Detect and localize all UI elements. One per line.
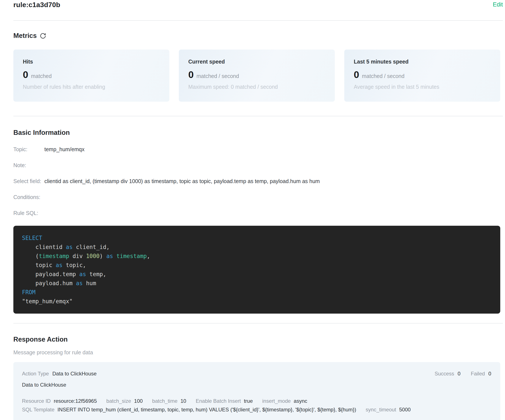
param-label: Resource ID <box>22 397 51 405</box>
info-row-conditions: Conditions: <box>13 194 503 200</box>
param-label: insert_mode <box>262 397 291 405</box>
param-resource-id: Resource ID resource:12f56965 <box>22 397 97 405</box>
metric-unit: matched <box>31 73 52 79</box>
param-value: 100 <box>134 397 143 405</box>
info-label: Rule SQL: <box>13 210 44 216</box>
metric-unit: matched / second <box>362 73 404 79</box>
metrics-heading: Metrics <box>13 32 503 40</box>
metrics-heading-label: Metrics <box>13 32 37 40</box>
failed-stat: Failed 0 <box>471 371 491 377</box>
basic-information-heading: Basic Information <box>13 129 503 137</box>
response-action-section: Response Action Message processing for r… <box>13 336 503 420</box>
param-value: INSERT INTO temp_hum (client_id, timesta… <box>57 406 356 414</box>
action-type: Action Type Data to ClickHouse <box>22 371 96 377</box>
metric-card-hits: Hits 0 matched Number of rules hits afte… <box>13 50 169 102</box>
param-value: true <box>244 397 253 405</box>
info-row-topic: Topic: temp_hum/emqx <box>13 146 503 152</box>
param-label: SQL Template <box>22 406 55 414</box>
edit-link[interactable]: Edit <box>493 1 503 8</box>
action-parameters: Resource ID resource:12f56965 batch_size… <box>22 397 492 414</box>
metric-valueline: 0 matched / second <box>188 69 325 80</box>
param-sync-timeout: sync_timeout 5000 <box>366 406 411 414</box>
rule-sql-code-block: SELECT clientid as client_id, (timestamp… <box>13 226 500 313</box>
action-stats: Success 0 Failed 0 <box>435 371 492 377</box>
info-row-select-field: Select field: clientid as client_id, (ti… <box>13 178 503 184</box>
info-value: clientid as client_id, (timestamp div 10… <box>44 178 320 184</box>
metric-value: 0 <box>354 69 359 80</box>
basic-information-rows: Topic: temp_hum/emqx Note: Select field:… <box>13 146 503 216</box>
info-value: temp_hum/emqx <box>44 146 84 152</box>
basic-information-section: Basic Information Topic: temp_hum/emqx N… <box>13 129 503 323</box>
metric-title: Hits <box>23 59 160 65</box>
param-batch-size: batch_size 100 <box>107 397 143 405</box>
page-header: rule:c1a3d70b Edit <box>13 0 503 20</box>
param-batch-time: batch_time 10 <box>152 397 186 405</box>
info-label: Topic: <box>13 146 44 152</box>
info-row-note: Note: <box>13 162 503 169</box>
metric-description: Number of rules hits after enabling <box>23 84 160 90</box>
metric-card-last-5-minutes-speed: Last 5 minutes speed 0 matched / second … <box>344 50 500 102</box>
info-row-rule-sql: Rule SQL: <box>13 210 503 216</box>
metric-title: Current speed <box>188 59 325 65</box>
param-sql-template: SQL Template INSERT INTO temp_hum (clien… <box>22 406 356 414</box>
action-name: Data to ClickHouse <box>22 382 492 388</box>
param-value: async <box>294 397 307 405</box>
metric-valueline: 0 matched / second <box>354 69 491 80</box>
response-action-description: Message processing for rule data <box>13 349 503 356</box>
divider <box>13 20 503 21</box>
metric-value: 0 <box>188 69 194 80</box>
param-label: Enable Batch Insert <box>196 397 241 405</box>
param-value: resource:12f56965 <box>54 397 97 405</box>
success-stat: Success 0 <box>435 371 461 377</box>
divider <box>13 323 503 324</box>
param-enable-batch-insert: Enable Batch Insert true <box>196 397 253 405</box>
info-label: Note: <box>13 162 44 169</box>
failed-label: Failed <box>471 371 485 377</box>
metric-value: 0 <box>23 69 28 80</box>
info-label: Conditions: <box>13 194 44 200</box>
failed-value: 0 <box>488 371 491 377</box>
metric-card-current-speed: Current speed 0 matched / second Maximum… <box>179 50 335 102</box>
metrics-section: Metrics Hits 0 matched Number of rules h… <box>13 32 503 116</box>
page-title: rule:c1a3d70b <box>13 1 60 9</box>
action-type-label: Action Type <box>22 371 49 377</box>
refresh-icon[interactable] <box>40 33 46 39</box>
rule-detail-page: rule:c1a3d70b Edit Metrics Hits 0 matche… <box>0 0 505 420</box>
action-card: Action Type Data to ClickHouse Success 0… <box>13 362 500 420</box>
divider <box>13 116 503 116</box>
info-label: Select field: <box>13 178 44 184</box>
metric-cards: Hits 0 matched Number of rules hits afte… <box>13 50 500 102</box>
metric-description: Maximum speed: 0 matched / second <box>188 84 325 90</box>
metric-valueline: 0 matched <box>23 69 160 80</box>
param-value: 10 <box>181 397 186 405</box>
param-label: batch_size <box>107 397 131 405</box>
metric-description: Average speed in the last 5 minutes <box>354 84 491 90</box>
success-label: Success <box>435 371 454 377</box>
success-value: 0 <box>458 371 461 377</box>
action-type-value: Data to ClickHouse <box>52 371 96 377</box>
response-action-heading: Response Action <box>13 336 503 343</box>
metric-title: Last 5 minutes speed <box>354 59 491 65</box>
action-card-top-row: Action Type Data to ClickHouse Success 0… <box>22 371 492 377</box>
param-value: 5000 <box>399 406 411 414</box>
param-label: sync_timeout <box>366 406 396 414</box>
metric-unit: matched / second <box>196 73 239 79</box>
param-label: batch_time <box>152 397 177 405</box>
param-insert-mode: insert_mode async <box>262 397 307 405</box>
